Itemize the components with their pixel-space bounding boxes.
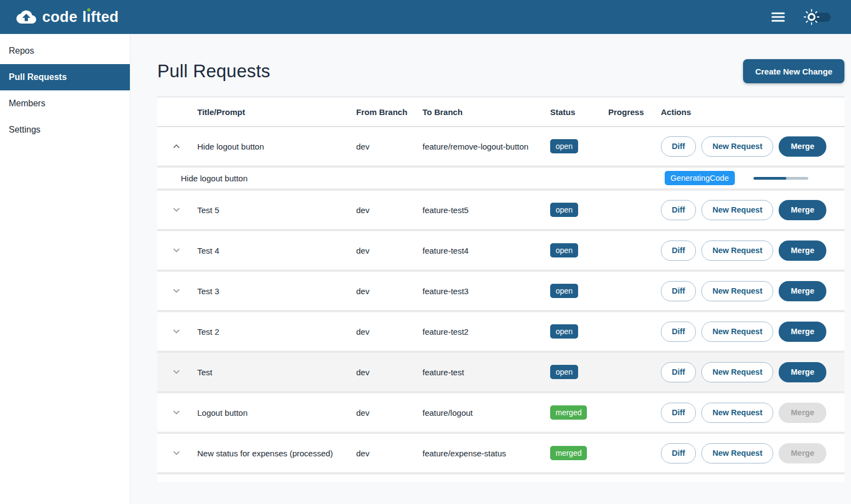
brand-logo: code lıfted (16, 7, 119, 27)
merge-button[interactable]: Merge (779, 281, 826, 301)
sun-icon (803, 8, 820, 26)
pr-from-branch: dev (356, 408, 422, 417)
top-bar: code lıfted (0, 0, 851, 34)
header-progress: Progress (608, 107, 661, 117)
new-request-button[interactable]: New Request (701, 322, 773, 342)
pr-to-branch: feature/remove-logout-button (422, 142, 550, 151)
pr-to-branch: feature-test3 (422, 287, 550, 296)
merge-button: Merge (779, 443, 826, 463)
expand-row-button[interactable] (169, 203, 184, 217)
new-request-button[interactable]: New Request (701, 403, 773, 423)
new-request-button[interactable]: New Request (701, 136, 773, 157)
header-title-prompt: Title/Prompt (197, 107, 356, 117)
new-request-button[interactable]: New Request (701, 443, 773, 463)
pr-to-branch: feature/logout (422, 408, 550, 417)
merge-button: Merge (779, 403, 826, 423)
partial-next-row (157, 474, 844, 482)
table-row: Test dev feature-test open Diff New Requ… (157, 353, 844, 393)
status-badge: open (550, 243, 578, 257)
status-badge: merged (550, 446, 587, 460)
diff-button[interactable]: Diff (661, 362, 696, 382)
new-request-button[interactable]: New Request (701, 240, 773, 261)
expanded-detail-row: Hide logout button GeneratingCode (157, 168, 844, 191)
brand-text: code lıfted (42, 9, 119, 26)
chevron-down-icon (170, 366, 182, 378)
pr-title: Test 4 (197, 246, 356, 255)
header-status: Status (550, 107, 608, 117)
table-row: Test 2 dev feature-test2 open Diff New R… (157, 312, 844, 353)
new-request-button[interactable]: New Request (701, 362, 773, 382)
chevron-down-icon (170, 406, 182, 419)
chevron-down-icon (170, 447, 182, 459)
header-to-branch: To Branch (422, 107, 550, 117)
status-badge: open (550, 284, 578, 298)
pr-title: Test 5 (197, 205, 356, 215)
generation-status-chip: GeneratingCode (665, 171, 735, 185)
hamburger-icon (770, 9, 786, 25)
pr-from-branch: dev (356, 205, 422, 215)
expand-row-button[interactable] (169, 405, 184, 420)
create-new-change-button[interactable]: Create New Change (743, 59, 844, 83)
pr-to-branch: feature-test4 (422, 246, 550, 255)
table-row: Test 3 dev feature-test3 open Diff New R… (157, 272, 844, 312)
sidebar-item-repos[interactable]: Repos (0, 38, 130, 64)
menu-button[interactable] (770, 9, 786, 25)
brand-word-2: lıfted (82, 9, 118, 26)
new-request-button[interactable]: New Request (701, 281, 773, 301)
pr-from-branch: dev (356, 327, 422, 336)
cloud-upload-icon (16, 7, 36, 27)
theme-toggle[interactable] (803, 8, 831, 26)
pr-title: New status for expenses (processed) (197, 449, 356, 458)
expand-row-button[interactable] (169, 365, 184, 379)
pr-to-branch: feature-test (422, 368, 550, 377)
expand-row-button[interactable] (169, 243, 184, 257)
expand-row-button[interactable] (169, 324, 184, 339)
pr-title: Test (197, 368, 356, 377)
pull-requests-table: Title/Prompt From Branch To Branch Statu… (157, 96, 844, 482)
merge-button[interactable]: Merge (779, 136, 826, 157)
chevron-down-icon (170, 325, 182, 337)
sidebar-item-label: Pull Requests (9, 72, 67, 82)
chevron-down-icon (170, 285, 182, 297)
pr-from-branch: dev (356, 246, 422, 255)
diff-button[interactable]: Diff (661, 281, 696, 301)
progress-bar-fill (753, 177, 786, 180)
sidebar-item-pull-requests[interactable]: Pull Requests (0, 64, 130, 90)
main-content: Pull Requests Create New Change Title/Pr… (130, 34, 851, 504)
progress-bar (753, 177, 808, 180)
expand-row-button[interactable] (169, 284, 184, 298)
pr-to-branch: feature-test5 (422, 205, 550, 215)
page-header: Pull Requests Create New Change (157, 59, 844, 83)
table-row: Test 4 dev feature-test4 open Diff New R… (157, 231, 844, 272)
merge-button[interactable]: Merge (779, 240, 826, 261)
header-from-branch: From Branch (356, 107, 422, 117)
merge-button[interactable]: Merge (779, 200, 826, 220)
sidebar-item-settings[interactable]: Settings (0, 117, 130, 143)
status-badge: open (550, 139, 578, 153)
diff-button[interactable]: Diff (661, 443, 696, 463)
merge-button[interactable]: Merge (779, 362, 826, 382)
expand-row-button[interactable] (169, 446, 184, 460)
table-header-row: Title/Prompt From Branch To Branch Statu… (157, 98, 844, 127)
sidebar-item-label: Repos (9, 46, 34, 56)
expand-row-button[interactable] (169, 139, 184, 153)
table-row: New status for expenses (processed) dev … (157, 434, 844, 474)
sidebar-item-members[interactable]: Members (0, 90, 130, 117)
header-actions: Actions (661, 107, 844, 117)
sidebar: Repos Pull Requests Members Settings (0, 34, 130, 504)
diff-button[interactable]: Diff (661, 200, 696, 220)
diff-button[interactable]: Diff (661, 240, 696, 261)
merge-button[interactable]: Merge (779, 322, 826, 342)
expanded-prompt-text: Hide logout button (181, 174, 665, 183)
table-body: Hide logout button dev feature/remove-lo… (157, 127, 844, 474)
table-row: Hide logout button dev feature/remove-lo… (157, 127, 844, 168)
diff-button[interactable]: Diff (661, 322, 696, 342)
status-badge: open (550, 203, 578, 217)
pr-title: Logout button (197, 408, 356, 417)
table-row: Test 5 dev feature-test5 open Diff New R… (157, 191, 844, 231)
page-title: Pull Requests (157, 61, 270, 82)
diff-button[interactable]: Diff (661, 403, 696, 423)
chevron-down-icon (170, 244, 182, 256)
diff-button[interactable]: Diff (661, 136, 696, 157)
new-request-button[interactable]: New Request (701, 200, 773, 220)
